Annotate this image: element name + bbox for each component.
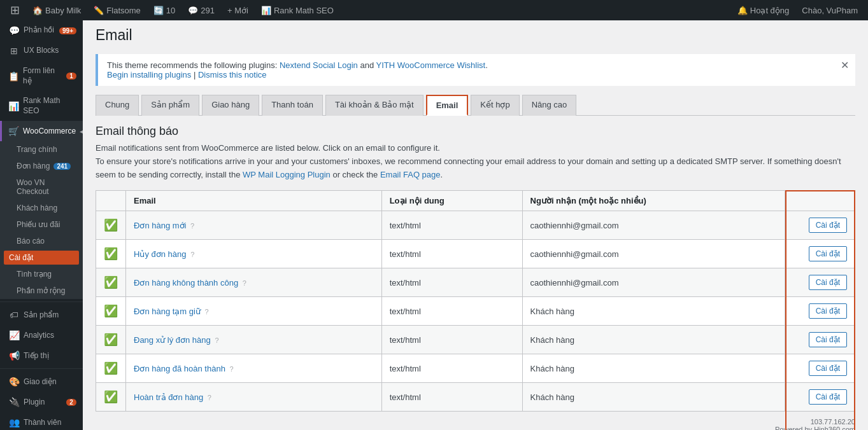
adminbar-theme[interactable]: ✏️ Flatsome [89, 0, 145, 20]
adminbar-activity-icon: 🔔 [737, 6, 748, 15]
tab-san-pham[interactable]: Sản phẩm [141, 95, 199, 116]
products-icon: 🏷 [8, 310, 20, 320]
configure-button-1[interactable]: Cài đặt [809, 218, 847, 233]
sidebar-sub-woo-vn[interactable]: Woo VN Checkout [0, 174, 83, 200]
admin-bar: ⊞ 🏠 Baby Milk ✏️ Flatsome 🔄 10 💬 291 + M… [0, 0, 868, 20]
adminbar-comments[interactable]: 💬 291 [183, 0, 220, 20]
table-row: ✅ Đơn hàng không thành công ? text/html … [96, 268, 855, 297]
enabled-check-icon: ✅ [104, 219, 118, 232]
row-action-4: Cài đặt [785, 297, 855, 326]
col-header-email: Email [126, 191, 382, 211]
section-description: Email notifications sent from WooCommerc… [96, 142, 855, 181]
table-row: ✅ Hoàn trả đơn hàng ? text/html Khách hà… [96, 383, 855, 412]
adminbar-wp-logo[interactable]: ⊞ [5, 0, 25, 20]
sidebar-sub-phieu-uu-dai[interactable]: Phiếu ưu đãi [0, 216, 83, 233]
configure-button-2[interactable]: Cài đặt [809, 246, 847, 261]
sidebar-item-rank-math[interactable]: 📊 Rank Math SEO [0, 91, 83, 121]
email-link-3[interactable]: Đơn hàng không thành công [134, 278, 238, 288]
sidebar-sub-don-hang[interactable]: Đơn hàng 241 [0, 158, 83, 174]
row-action-5: Cài đặt [785, 326, 855, 354]
adminbar-new[interactable]: + Mới [222, 0, 253, 20]
enabled-check-icon-2: ✅ [104, 247, 118, 260]
configure-button-4[interactable]: Cài đặt [809, 303, 847, 319]
users-icon: 👥 [8, 417, 20, 427]
row-action-2: Cài đặt [785, 240, 855, 268]
configure-button-7[interactable]: Cài đặt [809, 389, 847, 405]
help-icon-5[interactable]: ? [215, 336, 218, 344]
adminbar-site-name[interactable]: 🏠 Baby Milk [27, 0, 86, 20]
sidebar-item-thanh-vien[interactable]: 👥 Thành viên [0, 412, 83, 430]
menu-separator-1 [0, 302, 83, 302]
row-type-7: text/html [381, 383, 522, 412]
configure-button-5[interactable]: Cài đặt [809, 332, 847, 347]
sidebar-sub-cai-dat[interactable]: Cài đặt [4, 251, 79, 265]
help-icon-4[interactable]: ? [205, 308, 209, 316]
row-email-7: Hoàn trả đơn hàng ? [126, 383, 382, 412]
email-link-5[interactable]: Đang xử lý đơn hàng [134, 335, 211, 345]
row-recipient-6: Khách hàng [522, 354, 785, 383]
sidebar-item-plugin[interactable]: 🔌 Plugin 2 [0, 392, 83, 412]
table-row: ✅ Đang xử lý đơn hàng ? text/html Khách … [96, 326, 855, 354]
sidebar-item-tiep-thi[interactable]: 📢 Tiếp thị [0, 345, 83, 366]
row-status-3: ✅ [96, 268, 126, 297]
notice-begin-installing[interactable]: Begin installing plugins [107, 70, 191, 80]
email-link-2[interactable]: Hủy đơn hàng [134, 249, 187, 259]
email-notifications-table: Email Loại nội dung Người nhận (một hoặc… [96, 190, 855, 412]
sidebar-sub-bao-cao[interactable]: Báo cáo [0, 233, 83, 249]
help-icon-2[interactable]: ? [190, 251, 194, 258]
row-action-7: Cài đặt [785, 383, 855, 412]
footer: 103.77.162.20 Powered by Hinh360.com [96, 418, 855, 430]
adminbar-activity[interactable]: 🔔 Hoạt động [732, 0, 795, 20]
sidebar-item-woocommerce[interactable]: 🛒 WooCommerce ◀ [0, 121, 83, 141]
wp-wrap: 💬 Phản hồi 99+ ⊞ UX Blocks 📋 Form liên h… [0, 20, 868, 430]
tab-tai-khoan-bao-mat[interactable]: Tài khoản & Bảo mật [325, 95, 423, 116]
sidebar-item-phan-hoi[interactable]: 💬 Phản hồi 99+ [0, 20, 83, 41]
row-email-5: Đang xử lý đơn hàng ? [126, 326, 382, 354]
tab-email[interactable]: Email [426, 95, 469, 116]
table-row: ✅ Đơn hàng đã hoàn thành ? text/html Khá… [96, 354, 855, 383]
adminbar-updates[interactable]: 🔄 10 [148, 0, 180, 20]
row-type-5: text/html [381, 326, 522, 354]
ip-address: 103.77.162.20 [811, 418, 855, 426]
row-recipient-7: Khách hàng [522, 383, 785, 412]
adminbar-rank-math[interactable]: 📊 Rank Math SEO [256, 0, 339, 20]
email-link-4[interactable]: Đơn hàng tạm giữ [134, 307, 201, 316]
enabled-check-icon-3: ✅ [104, 276, 118, 289]
sidebar-sub-khach-hang[interactable]: Khách hàng [0, 200, 83, 216]
help-icon-1[interactable]: ? [190, 222, 194, 230]
tab-ket-hop[interactable]: Kết hợp [471, 95, 519, 116]
wp-mail-logging-link[interactable]: WP Mail Logging Plugin [243, 170, 331, 179]
row-email-4: Đơn hàng tạm giữ ? [126, 297, 382, 326]
tab-nang-cao[interactable]: Nâng cao [522, 95, 577, 116]
row-status-4: ✅ [96, 297, 126, 326]
configure-button-6[interactable]: Cài đặt [809, 361, 847, 376]
sidebar-item-ux-blocks[interactable]: ⊞ UX Blocks [0, 41, 83, 61]
col-header-type: Loại nội dung [381, 191, 522, 211]
help-icon-6[interactable]: ? [230, 365, 234, 373]
sidebar-item-giao-dien[interactable]: 🎨 Giao diện [0, 371, 83, 392]
email-link-7[interactable]: Hoàn trả đơn hàng [134, 392, 203, 402]
notice-link-nextend[interactable]: Nextend Social Login [280, 60, 358, 70]
adminbar-updates-icon: 🔄 [153, 6, 164, 15]
tab-giao-hang[interactable]: Giao hàng [202, 95, 259, 116]
configure-button-3[interactable]: Cài đặt [809, 275, 847, 290]
help-icon-7[interactable]: ? [208, 394, 211, 401]
sidebar-collapse-arrow: ◀ [80, 128, 83, 135]
sidebar-sub-trang-chinh[interactable]: Trang chính [0, 141, 83, 158]
help-icon-3[interactable]: ? [243, 279, 246, 287]
adminbar-greeting[interactable]: Chào, VuPham [797, 0, 863, 20]
email-link-1[interactable]: Đơn hàng mới [134, 221, 186, 230]
sidebar-item-analytics[interactable]: 📈 Analytics [0, 325, 83, 345]
notice-close-button[interactable]: ✕ [841, 59, 849, 71]
notice-link-yith[interactable]: YITH WooCommerce Wishlist [376, 60, 486, 70]
tab-chung[interactable]: Chung [96, 95, 139, 116]
sidebar-sub-phan-mo-rong[interactable]: Phần mở rộng [0, 282, 83, 299]
sidebar-item-form-lien-he[interactable]: 📋 Form liên hệ 1 [0, 61, 83, 91]
notice-dismiss[interactable]: Dismiss this notice [198, 70, 267, 80]
sidebar-item-san-pham[interactable]: 🏷 Sản phẩm [0, 305, 83, 325]
tab-thanh-toan[interactable]: Thanh toán [262, 95, 323, 116]
email-link-6[interactable]: Đơn hàng đã hoàn thành [134, 364, 225, 373]
sidebar-sub-tinh-trang[interactable]: Tình trạng [0, 266, 83, 282]
email-faq-link[interactable]: Email FAQ page [380, 170, 441, 179]
powered-by: Powered by Hinh360.com [775, 426, 855, 430]
